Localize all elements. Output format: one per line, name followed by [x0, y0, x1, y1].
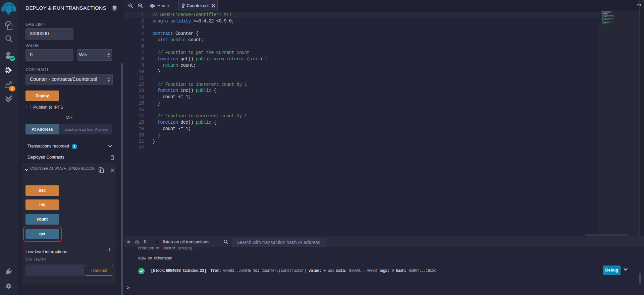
- svg-text:2: 2: [11, 87, 13, 91]
